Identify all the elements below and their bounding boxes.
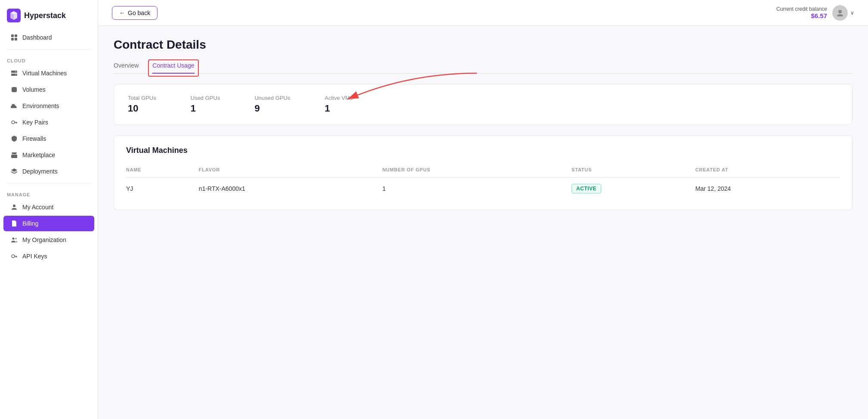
svg-rect-1 <box>11 34 14 37</box>
key-icon <box>10 118 18 126</box>
svg-point-16 <box>15 238 17 239</box>
user-icon <box>10 203 18 211</box>
sidebar-item-dashboard[interactable]: Dashboard <box>3 30 94 45</box>
col-num-gpus: NUMBER OF GPUS <box>382 164 571 178</box>
unused-gpus-stat: Unused GPUs 9 <box>254 95 290 114</box>
active-vms-value: 1 <box>324 103 352 114</box>
vm-card: Virtual Machines NAME FLAVOR NUMBER OF G… <box>114 135 853 210</box>
database-icon <box>10 86 18 93</box>
file-icon <box>10 220 18 227</box>
total-gpus-value: 10 <box>128 103 156 114</box>
header-right: Current credit balance $6.57 ∨ <box>776 5 854 21</box>
table-row: YJ n1-RTX-A6000x1 1 ACTIVE Mar 12, 2024 <box>126 178 840 200</box>
avatar-button[interactable]: ∨ <box>832 5 854 21</box>
virtual-machines-label: Virtual Machines <box>22 70 67 77</box>
manage-section-label: MANAGE <box>0 187 98 199</box>
svg-point-8 <box>15 74 16 75</box>
volumes-label: Volumes <box>22 86 46 93</box>
cell-num-gpus: 1 <box>382 178 571 200</box>
svg-point-12 <box>13 205 15 207</box>
cell-created-at: Mar 12, 2024 <box>695 178 840 200</box>
back-arrow-icon: ← <box>119 9 125 16</box>
svg-rect-4 <box>15 38 17 40</box>
content-wrapper: Contract Details Overview Contract Usage… <box>98 26 868 419</box>
sidebar-item-environments[interactable]: Environments <box>3 98 94 114</box>
grid-icon <box>10 34 18 41</box>
go-back-button[interactable]: ← Go back <box>112 6 158 20</box>
used-gpus-stat: Used GPUs 1 <box>191 95 220 114</box>
main: ← Go back Current credit balance $6.57 ∨ <box>98 0 868 419</box>
my-organization-label: My Organization <box>22 236 66 243</box>
marketplace-label: Marketplace <box>22 152 55 158</box>
app-name: Hyperstack <box>24 11 66 20</box>
used-gpus-label: Used GPUs <box>191 95 220 101</box>
api-keys-label: API Keys <box>22 253 47 260</box>
sidebar-item-firewalls[interactable]: Firewalls <box>3 131 94 146</box>
deployments-label: Deployments <box>22 168 58 175</box>
stats-card: Total GPUs 10 Used GPUs 1 Unused GPUs 9 … <box>114 84 853 125</box>
total-gpus-label: Total GPUs <box>128 95 156 101</box>
svg-rect-2 <box>15 34 17 37</box>
logo: Hyperstack <box>0 0 98 29</box>
sidebar-item-api-keys[interactable]: API Keys <box>3 248 94 264</box>
status-badge: ACTIVE <box>571 184 601 193</box>
firewalls-label: Firewalls <box>22 135 46 142</box>
vm-section-title: Virtual Machines <box>126 146 840 155</box>
svg-point-15 <box>12 238 15 240</box>
svg-point-7 <box>15 71 16 72</box>
credit-balance: Current credit balance $6.57 <box>776 6 827 19</box>
chevron-down-icon: ∨ <box>850 10 854 16</box>
sidebar-item-deployments[interactable]: Deployments <box>3 164 94 179</box>
api-key-icon <box>10 252 18 260</box>
col-created-at: CREATED AT <box>695 164 840 178</box>
tab-overview[interactable]: Overview <box>114 62 139 73</box>
total-gpus-stat: Total GPUs 10 <box>128 95 156 114</box>
col-flavor: FLAVOR <box>199 164 383 178</box>
sidebar-divider-2 <box>7 183 91 183</box>
credit-label: Current credit balance <box>776 6 827 12</box>
sidebar-item-my-organization[interactable]: My Organization <box>3 232 94 248</box>
cloud-icon <box>10 102 18 110</box>
used-gpus-value: 1 <box>191 103 220 114</box>
sidebar-item-virtual-machines[interactable]: Virtual Machines <box>3 65 94 81</box>
my-account-label: My Account <box>22 204 53 211</box>
sidebar-item-billing[interactable]: Billing <box>3 216 94 231</box>
unused-gpus-label: Unused GPUs <box>254 95 290 101</box>
sidebar-item-volumes[interactable]: Volumes <box>3 82 94 97</box>
layers-icon <box>10 168 18 175</box>
svg-point-18 <box>838 10 842 13</box>
avatar <box>832 5 848 21</box>
dashboard-label: Dashboard <box>22 34 52 41</box>
svg-rect-3 <box>11 38 14 40</box>
tab-overview-label: Overview <box>114 62 139 69</box>
sidebar-item-key-pairs[interactable]: Key Pairs <box>3 115 94 130</box>
unused-gpus-value: 9 <box>254 103 290 114</box>
tab-contract-usage[interactable]: Contract Usage <box>152 62 194 73</box>
sidebar: Hyperstack Dashboard CLOUD Virtual Machi… <box>0 0 98 419</box>
sidebar-divider <box>7 49 91 50</box>
key-pairs-label: Key Pairs <box>22 119 48 126</box>
credit-amount: $6.57 <box>776 12 827 19</box>
active-vms-label: Active VMs <box>324 95 352 101</box>
cloud-section-label: CLOUD <box>0 53 98 65</box>
sidebar-item-my-account[interactable]: My Account <box>3 199 94 215</box>
cell-status: ACTIVE <box>571 178 695 200</box>
content: Contract Details Overview Contract Usage… <box>98 26 868 419</box>
tabs: Overview Contract Usage <box>114 62 853 74</box>
shield-icon <box>10 135 18 143</box>
server-icon <box>10 69 18 77</box>
active-vms-stat: Active VMs 1 <box>324 95 352 114</box>
page-title: Contract Details <box>114 38 853 52</box>
svg-rect-11 <box>11 155 17 158</box>
store-icon <box>10 151 18 159</box>
tab-contract-usage-label: Contract Usage <box>152 62 194 69</box>
col-status: STATUS <box>571 164 695 178</box>
header: ← Go back Current credit balance $6.57 ∨ <box>98 0 868 26</box>
logo-icon <box>7 9 21 22</box>
environments-label: Environments <box>22 102 59 109</box>
go-back-label: Go back <box>128 9 150 16</box>
sidebar-item-marketplace[interactable]: Marketplace <box>3 147 94 163</box>
users-icon <box>10 236 18 244</box>
col-name: NAME <box>126 164 199 178</box>
cell-flavor: n1-RTX-A6000x1 <box>199 178 383 200</box>
